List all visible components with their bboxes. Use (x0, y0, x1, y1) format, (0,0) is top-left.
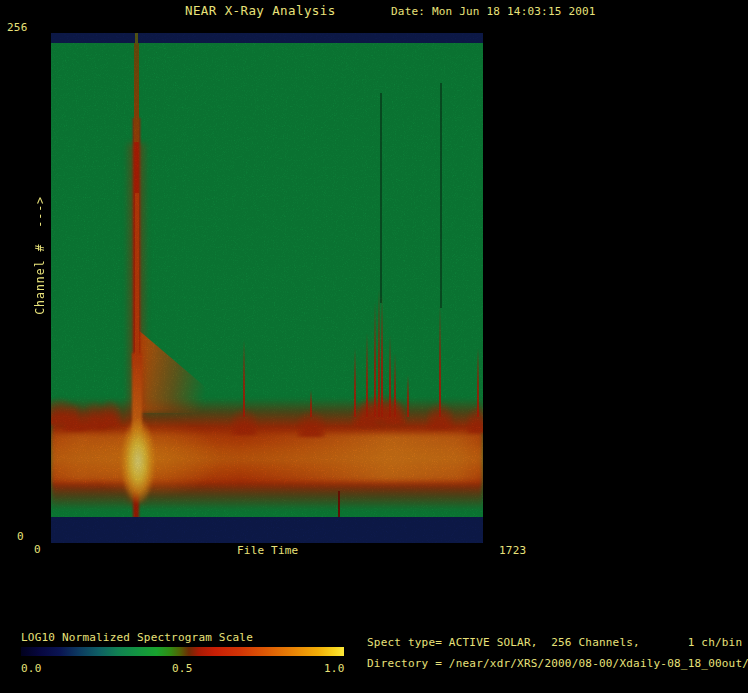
spectrogram-region (51, 33, 483, 543)
spike (310, 390, 313, 417)
colorbar-gradient (21, 647, 344, 656)
spike (394, 353, 397, 417)
band-bump (467, 393, 483, 433)
page-title: NEAR X-Ray Analysis (185, 4, 336, 17)
y-axis-max-tick: 256 (7, 21, 27, 34)
flare-upper (134, 42, 139, 142)
spike (354, 348, 357, 417)
y-axis-label: Channel # ---> (33, 196, 47, 315)
y-axis-min-tick: 0 (17, 530, 24, 543)
flare-blob (115, 405, 161, 517)
spike (389, 335, 392, 417)
flare-fan (136, 328, 236, 413)
colorbar-label: LOG10 Normalized Spectrogram Scale (21, 631, 253, 644)
dark-red-line (338, 491, 340, 518)
spike (366, 333, 369, 417)
flare-hot (135, 193, 139, 371)
spike (407, 375, 410, 417)
colorbar-tick-1: 1.0 (324, 662, 344, 675)
colorbar-tick-05: 0.5 (172, 662, 192, 675)
x-axis-max-tick: 1723 (499, 544, 526, 557)
navy-bottom-band (51, 517, 483, 543)
dark-line (440, 83, 442, 308)
x-axis-min-tick: 0 (34, 543, 41, 556)
spike (374, 301, 377, 417)
spect-type-info: Spect type= ACTIVE SOLAR, 256 Channels, … (367, 636, 742, 649)
near-xray-analysis-window: NEAR X-Ray Analysis Date: Mon Jun 18 14:… (0, 0, 748, 693)
spike (477, 348, 480, 417)
directory-info: Directory = /near/xdr/XRS/2000/08-00/Xda… (367, 657, 748, 670)
dark-line (380, 93, 382, 303)
colorbar-tick-0: 0.0 (21, 662, 41, 675)
x-axis-label: File Time (237, 544, 298, 557)
navy-top-band (51, 33, 483, 43)
spike (381, 295, 384, 417)
flare-cross (135, 33, 138, 44)
spike (439, 305, 442, 417)
date-label: Date: Mon Jun 18 14:03:15 2001 (391, 5, 596, 18)
